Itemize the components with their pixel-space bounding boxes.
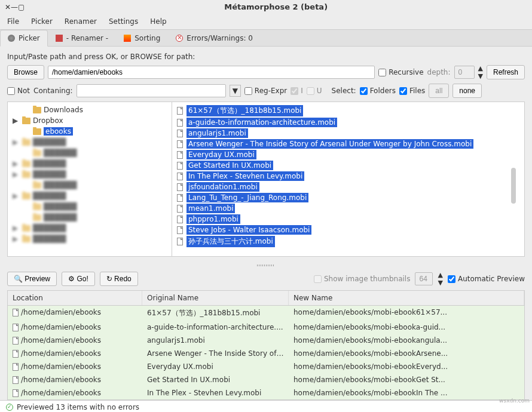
path-prompt: Input/Paste path and press OK, or BROWSE… [7,53,525,61]
tree-item[interactable]: Downloads [13,104,167,115]
menu-renamer[interactable]: Renamer [65,17,97,26]
results-table: Location Original Name New Name /home/da… [7,290,525,400]
result-row[interactable]: /home/damien/ebooksa-guide-to-informatio… [8,321,524,334]
tree-item[interactable]: ▶ ██████ [13,158,167,169]
folder-icon [22,139,30,146]
folders-checkbox[interactable]: Folders [360,87,396,95]
col-header-newname[interactable]: New Name [289,291,524,305]
status-message: Previewed 13 items with no errors [17,403,139,411]
file-icon [13,337,19,345]
select-all-button[interactable]: all [429,84,449,98]
file-item[interactable]: Steve Jobs - Walter Isaacson.mobi [177,225,519,235]
tree-item[interactable]: ██████ [13,212,167,223]
select-none-button[interactable]: none [452,84,482,98]
browse-button[interactable]: Browse [7,65,44,79]
auto-preview-checkbox[interactable]: Automatic Preview [448,275,525,283]
folder-icon [33,204,41,210]
regexpr-checkbox[interactable]: Reg-Expr [244,87,287,95]
tree-item[interactable]: ▶ ██████ [13,137,167,147]
menu-file[interactable]: File [7,17,19,26]
tree-item[interactable]: ▶ ██████ [13,233,167,244]
watermark: wsxdn.com [499,398,530,404]
file-item[interactable]: Everyday UX.mobi [177,149,519,160]
tree-item[interactable]: ██████ [13,201,167,212]
result-row[interactable]: /home/damien/ebooks61×57（节选）_181b8b15.mo… [8,306,524,321]
file-item[interactable]: a-guide-to-information-architecture.mobi [177,117,519,128]
tree-item[interactable]: ▶ ██████ [13,223,167,233]
maximize-icon[interactable]: ▢ [18,3,25,11]
file-icon [177,119,183,127]
menu-help[interactable]: Help [150,17,166,26]
folder-icon [22,171,30,178]
result-row[interactable]: /home/damien/ebooksIn The Plex - Stevhen… [8,386,524,399]
depth-spinner[interactable]: ▲▼ [478,64,483,80]
col-header-original[interactable]: Original Name [142,291,289,305]
file-icon [177,216,183,223]
preview-button[interactable]: 🔍 Preview [7,272,57,286]
splitter[interactable] [0,263,532,268]
not-checkbox[interactable]: Not [7,87,30,95]
file-icon [177,130,183,137]
dropdown-icon[interactable]: ▼ [230,85,241,97]
refresh-button[interactable]: Refresh [487,65,525,79]
folder-tree[interactable]: Downloads▶ Dropbox ebooks▶ ██████ ██████… [8,102,172,256]
folder-icon [33,182,41,189]
files-checkbox[interactable]: Files [399,87,425,95]
tree-item[interactable]: ▶ ██████ [13,190,167,201]
file-icon [13,350,19,358]
flag-i-checkbox[interactable]: I [291,87,303,95]
recursive-checkbox[interactable]: Recursive [378,68,423,76]
containing-input[interactable] [77,84,226,97]
file-item[interactable]: Arsene Wenger - The Inside Story of Arse… [177,139,519,149]
redo-button[interactable]: ↻ Redo [100,272,138,286]
file-list[interactable]: 61×57（节选）_181b8b15.mobia-guide-to-inform… [172,102,524,256]
tree-item[interactable]: ▶ Dropbox [13,115,167,126]
thumb-size-spinner[interactable]: ▲▼ [438,271,442,287]
file-item[interactable]: Lang_Tu_Teng_-_Jiang_Rong.mobi [177,192,519,203]
close-icon[interactable]: ✕ [5,3,11,11]
result-row[interactable]: /home/damien/ebooksEveryday UX.mobihome/… [8,360,524,373]
file-item[interactable]: 61×57（节选）_181b8b15.mobi [177,104,519,117]
file-item[interactable]: jsfoundation1.mobi [177,182,519,192]
flag-u-checkbox[interactable]: U [307,87,322,95]
tab-sorting[interactable]: Sorting [116,30,168,46]
file-icon [177,107,183,115]
folder-icon [22,118,30,124]
result-row[interactable]: /home/damien/ebooksGet Started In UX.mob… [8,373,524,386]
file-item[interactable]: Get Started In UX.mobi [177,160,519,171]
tree-item[interactable]: ▶ ██████ [13,169,167,180]
tree-item[interactable]: ██████ [13,180,167,190]
path-input[interactable] [48,66,375,79]
file-icon [13,324,19,331]
folder-icon [33,107,41,113]
go-button[interactable]: ⚙ Go! [62,272,95,286]
tab-errors-label: Errors/Warnings: 0 [186,34,253,42]
file-icon [177,238,183,245]
file-item[interactable]: mean1.mobi [177,203,519,214]
picker-icon [8,35,15,42]
thumb-size-input[interactable] [415,272,433,285]
menu-picker[interactable]: Picker [31,17,53,26]
renamer-icon [56,35,63,42]
file-icon [177,140,183,148]
minimize-icon[interactable]: — [11,3,18,11]
result-row[interactable]: /home/damien/ebooksArsene Wenger - The I… [8,347,524,360]
menu-settings[interactable]: Settings [109,17,138,26]
folder-icon [22,225,30,232]
thumbnails-checkbox[interactable]: Show image thumbnails [314,275,411,283]
file-item[interactable]: phppro1.mobi [177,214,519,225]
depth-input[interactable] [454,66,475,79]
tree-item[interactable]: ██████ [13,147,167,158]
folder-icon [33,214,41,221]
containing-label: Contaning: [33,87,73,95]
file-item[interactable]: 孙子兵法与三十六计.mobi [177,235,519,248]
result-row[interactable]: /home/damien/ebooksangularjs1.mobihome/d… [8,334,524,347]
tree-item[interactable]: ebooks [13,126,167,137]
file-item[interactable]: angularjs1.mobi [177,128,519,139]
scrollbar[interactable] [511,168,516,204]
file-item[interactable]: In The Plex - Stevhen Levy.mobi [177,171,519,182]
col-header-location[interactable]: Location [8,291,142,305]
tab-errors[interactable]: Errors/Warnings: 0 [168,30,261,46]
tab-picker[interactable]: Picker [0,30,48,47]
tab-renamer[interactable]: - Renamer - [48,30,116,46]
